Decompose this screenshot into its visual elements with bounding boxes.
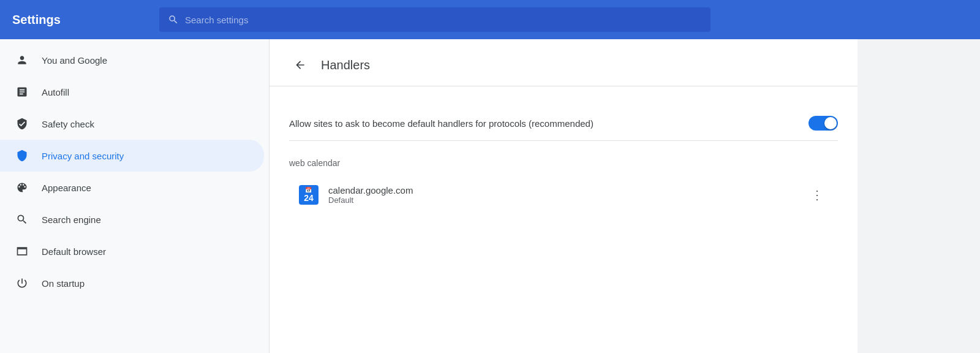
header: Settings [0, 0, 980, 39]
allow-handlers-toggle[interactable] [809, 116, 838, 131]
search-icon [168, 14, 179, 25]
autofill-icon [15, 85, 29, 99]
handler-url: calendar.google.com [328, 185, 796, 195]
sidebar-label-safety-check: Safety check [42, 119, 94, 129]
main-content: Handlers Allow sites to ask to become de… [270, 39, 858, 353]
handler-status: Default [328, 195, 796, 205]
sidebar-item-safety-check[interactable]: Safety check [0, 108, 264, 140]
app-title: Settings [12, 13, 147, 27]
handler-item: 📅 24 calendar.google.com Default ⋮ [289, 175, 838, 214]
sidebar-label-search-engine: Search engine [42, 214, 101, 225]
sidebar-item-privacy-and-security[interactable]: Privacy and security [0, 140, 264, 172]
sidebar-item-appearance[interactable]: Appearance [0, 172, 264, 203]
safety-icon [15, 116, 29, 131]
sidebar-label-on-startup: On startup [42, 278, 85, 289]
handler-menu-button[interactable]: ⋮ [806, 184, 828, 206]
right-panel [858, 39, 980, 353]
search-engine-icon [15, 212, 29, 227]
person-icon [15, 53, 29, 67]
toggle-row: Allow sites to ask to become default han… [289, 106, 838, 141]
sidebar-label-autofill: Autofill [42, 87, 69, 97]
section-label-web-calendar: web calendar [289, 158, 838, 168]
content-area: Allow sites to ask to become default han… [270, 86, 858, 234]
search-input[interactable] [185, 15, 702, 25]
toggle-knob [824, 117, 837, 129]
sidebar-item-autofill[interactable]: Autofill [0, 76, 264, 108]
sidebar-label-privacy-and-security: Privacy and security [42, 151, 124, 161]
favicon-date: 24 [304, 194, 314, 202]
sidebar-item-default-browser[interactable]: Default browser [0, 235, 264, 267]
handler-info: calendar.google.com Default [328, 185, 796, 205]
back-button[interactable] [289, 54, 311, 76]
sidebar-label-appearance: Appearance [42, 183, 91, 193]
sidebar-label-you-and-google: You and Google [42, 55, 107, 66]
sidebar-item-on-startup[interactable]: On startup [0, 267, 264, 299]
sidebar-item-search-engine[interactable]: Search engine [0, 203, 264, 235]
layout: You and Google Autofill Safety check Pri… [0, 39, 980, 353]
page-header: Handlers [270, 39, 858, 86]
sidebar-item-you-and-google[interactable]: You and Google [0, 44, 264, 76]
shield-icon [15, 148, 29, 163]
search-bar [159, 7, 710, 32]
toggle-label: Allow sites to ask to become default han… [289, 118, 594, 129]
page-title: Handlers [321, 58, 370, 72]
handler-favicon: 📅 24 [299, 185, 318, 205]
sidebar-label-default-browser: Default browser [42, 246, 106, 257]
palette-icon [15, 180, 29, 195]
power-icon [15, 276, 29, 290]
browser-icon [15, 244, 29, 259]
sidebar: You and Google Autofill Safety check Pri… [0, 39, 270, 353]
